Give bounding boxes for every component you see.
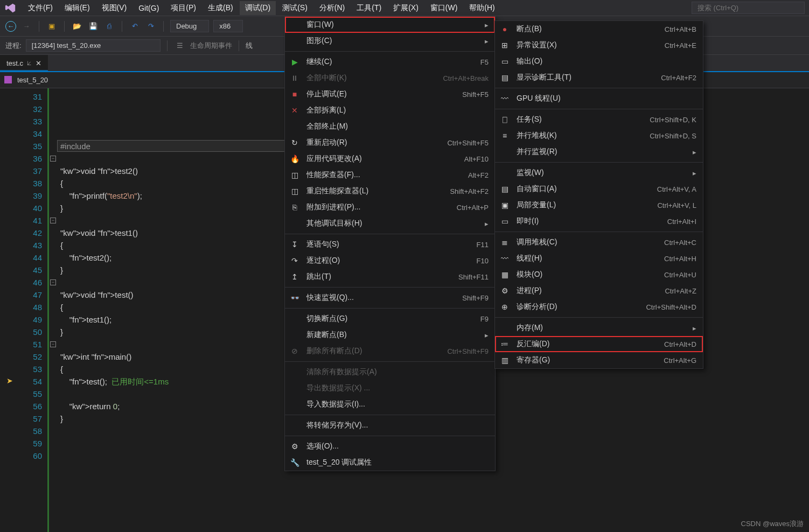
- menu-item-反汇编d[interactable]: ≔反汇编(D)Ctrl+Alt+D: [495, 336, 703, 352]
- menu-item-label: 并行堆栈(K): [517, 131, 627, 141]
- menu-item-icon: 👓: [289, 293, 300, 302]
- menu-工具[interactable]: 工具(T): [351, 1, 387, 15]
- menu-文件[interactable]: 文件(F): [23, 1, 58, 15]
- glyph-margin[interactable]: ➤: [0, 88, 22, 532]
- menu-item-应用代码更改a[interactable]: 🔥应用代码更改(A)Alt+F10: [285, 151, 495, 167]
- menu-item-icon: ≡: [499, 131, 510, 140]
- menu-git[interactable]: Git(G): [133, 2, 164, 15]
- menu-item-label: 附加到进程(P)...: [306, 202, 434, 212]
- menu-item-其他调试目标h[interactable]: 其他调试目标(H)▸: [285, 215, 495, 232]
- undo-icon[interactable]: ↶: [129, 20, 141, 32]
- fold-gutter[interactable]: −−−−: [47, 88, 57, 532]
- menu-item-label: 任务(S): [517, 115, 627, 124]
- menu-item-shortcut: Ctrl+Shift+F9: [447, 347, 489, 355]
- menu-窗口[interactable]: 窗口(W): [425, 1, 463, 15]
- back-icon[interactable]: ←: [5, 21, 16, 32]
- debug-windows-submenu: ●断点(B)Ctrl+Alt+B⊞异常设置(X)Ctrl+Alt+E▭输出(O)…: [494, 20, 703, 369]
- fold-toggle[interactable]: −: [50, 279, 56, 285]
- menu-测试[interactable]: 测试(S): [277, 1, 313, 15]
- crumb-project[interactable]: test_5_20: [17, 76, 48, 84]
- menu-视图[interactable]: 视图(V): [96, 1, 132, 15]
- save-icon[interactable]: 💾: [87, 20, 99, 32]
- menu-item-附加到进程p[interactable]: ⎘附加到进程(P)...Ctrl+Alt+P: [285, 199, 495, 215]
- menu-item-导入数据提示i[interactable]: 导入数据提示(I)...: [285, 396, 495, 412]
- menu-item-性能探查器f[interactable]: ◫性能探查器(F)...Alt+F2: [285, 167, 495, 183]
- search-input[interactable]: [692, 2, 805, 14]
- menu-分析[interactable]: 分析(N): [314, 1, 350, 15]
- menu-item-label: 自动窗口(A): [517, 184, 634, 194]
- menu-item-继续c[interactable]: ▶继续(C)F5: [285, 54, 495, 70]
- open-icon[interactable]: 📂: [71, 20, 83, 32]
- menu-item-选项o[interactable]: ⚙选项(O)...: [285, 438, 495, 454]
- menu-item-label: 切换断点(G): [306, 314, 458, 324]
- menu-item-label: 异常设置(X): [517, 40, 642, 50]
- new-project-icon[interactable]: ▣: [46, 20, 58, 32]
- menu-item-调用堆栈c[interactable]: ≣调用堆栈(C)Ctrl+Alt+C: [495, 234, 703, 250]
- process-dropdown[interactable]: [12364] test_5_20.exe: [26, 39, 161, 52]
- menu-item-切换断点g[interactable]: 切换断点(G)F9: [285, 311, 495, 327]
- menu-item-重启性能探查器l[interactable]: ◫重启性能探查器(L)Shift+Alt+F2: [285, 183, 495, 199]
- menu-item-停止调试e[interactable]: ■停止调试(E)Shift+F5: [285, 86, 495, 102]
- menu-调试[interactable]: 调试(D): [240, 1, 276, 15]
- menu-item-新建断点b[interactable]: 新建断点(B)▸: [285, 327, 495, 343]
- config-dropdown[interactable]: Debug: [170, 20, 209, 32]
- menu-item-异常设置x[interactable]: ⊞异常设置(X)Ctrl+Alt+E: [495, 37, 703, 53]
- menu-item-shortcut: F11: [477, 241, 489, 249]
- menu-item-导出数据提示x: 导出数据提示(X) ...: [285, 380, 495, 396]
- menu-item-test_5_20调试属性[interactable]: 🔧test_5_20 调试属性: [285, 454, 495, 471]
- menu-item-显示诊断工具t[interactable]: ▤显示诊断工具(T)Ctrl+Alt+F2: [495, 69, 703, 86]
- menu-item-线程h[interactable]: 〰线程(H)Ctrl+Alt+H: [495, 250, 703, 267]
- menu-item-输出o[interactable]: ▭输出(O): [495, 53, 703, 69]
- redo-icon[interactable]: ↷: [145, 20, 157, 32]
- menu-item-即时i[interactable]: ▭即时(I)Ctrl+Alt+I: [495, 213, 703, 229]
- menu-item-寄存器g[interactable]: ▥寄存器(G)Ctrl+Alt+G: [495, 352, 703, 368]
- line-numbers: 3132333435363738394041424344454647484950…: [22, 88, 47, 532]
- menu-帮助[interactable]: 帮助(H): [464, 1, 500, 15]
- menu-item-进程p[interactable]: ⚙进程(P)Ctrl+Alt+Z: [495, 283, 703, 299]
- pin-icon[interactable]: ⟀: [27, 60, 31, 66]
- menu-item-shortcut: Ctrl+Alt+P: [457, 204, 489, 212]
- menu-item-shortcut: Ctrl+Shift+Alt+D: [646, 303, 696, 311]
- menu-编辑[interactable]: 编辑(E): [59, 1, 95, 15]
- menu-item-全部拆离l[interactable]: ✕全部拆离(L): [285, 102, 495, 118]
- menu-item-shortcut: Ctrl+Alt+F2: [661, 74, 696, 82]
- menu-item-全部终止m[interactable]: 全部终止(M): [285, 118, 495, 135]
- menu-项目[interactable]: 项目(P): [165, 1, 201, 15]
- menu-item-icon: ▤: [499, 73, 510, 82]
- platform-dropdown[interactable]: x86: [213, 20, 243, 32]
- menu-item-icon: ≔: [499, 340, 510, 348]
- menu-item-任务s[interactable]: ⎕任务(S)Ctrl+Shift+D, K: [495, 111, 703, 128]
- menu-item-将转储另存为v[interactable]: 将转储另存为(V)...: [285, 417, 495, 433]
- menu-item-诊断分析d[interactable]: ⊕诊断分析(D)Ctrl+Shift+Alt+D: [495, 299, 703, 315]
- menu-生成[interactable]: 生成(B): [203, 1, 239, 15]
- lifecycle-icon[interactable]: ☰: [174, 40, 186, 52]
- menu-item-重新启动r[interactable]: ↻重新启动(R)Ctrl+Shift+F5: [285, 135, 495, 151]
- menu-item-label: 内存(M): [517, 323, 686, 333]
- menu-item-内存m[interactable]: 内存(M)▸: [495, 320, 703, 336]
- menu-item-断点b[interactable]: ●断点(B)Ctrl+Alt+B: [495, 21, 703, 37]
- menu-item-窗口w[interactable]: 窗口(W)▸: [285, 17, 495, 33]
- forward-icon[interactable]: →: [20, 20, 32, 32]
- tab-testc[interactable]: test.c ⟀ ✕: [0, 55, 48, 71]
- menu-item-监视w[interactable]: 监视(W)▸: [495, 165, 703, 181]
- menu-item-并行监视r[interactable]: 并行监视(R)▸: [495, 144, 703, 160]
- menu-item-跳出t[interactable]: ↥跳出(T)Shift+F11: [285, 269, 495, 285]
- menu-item-并行堆栈k[interactable]: ≡并行堆栈(K)Ctrl+Shift+D, S: [495, 128, 703, 144]
- menu-item-icon: 🔧: [289, 458, 300, 467]
- menu-item-模块o[interactable]: ▦模块(O)Ctrl+Alt+U: [495, 267, 703, 283]
- save-all-icon[interactable]: ⎙: [103, 20, 115, 32]
- menu-item-label: 即时(I): [517, 216, 645, 226]
- menu-item-快速监视q[interactable]: 👓快速监视(Q)...Shift+F9: [285, 290, 495, 306]
- fold-toggle[interactable]: −: [50, 341, 56, 347]
- menu-扩展[interactable]: 扩展(X): [388, 1, 424, 15]
- menu-item-图形c[interactable]: 图形(C)▸: [285, 33, 495, 49]
- menu-item-局部变量l[interactable]: ▣局部变量(L)Ctrl+Alt+V, L: [495, 197, 703, 213]
- menu-item-自动窗口a[interactable]: ▤自动窗口(A)Ctrl+Alt+V, A: [495, 181, 703, 197]
- menu-item-label: 逐语句(S): [306, 240, 454, 249]
- fold-toggle[interactable]: −: [50, 156, 56, 162]
- menu-item-逐语句s[interactable]: ↧逐语句(S)F11: [285, 236, 495, 253]
- menu-item-逐过程o[interactable]: ↷逐过程(O)F10: [285, 253, 495, 269]
- fold-toggle[interactable]: −: [50, 218, 56, 223]
- close-icon[interactable]: ✕: [36, 59, 41, 67]
- menu-item-gpu线程u[interactable]: 〰GPU 线程(U): [495, 90, 703, 107]
